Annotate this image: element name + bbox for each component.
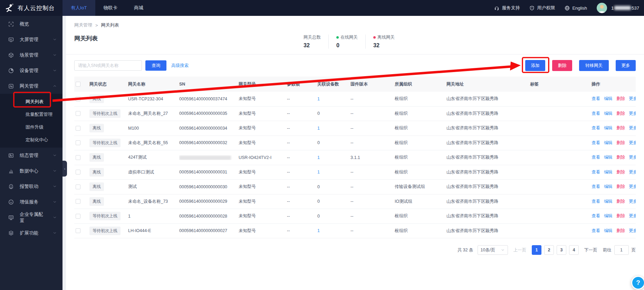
more-link[interactable]: 更多 xyxy=(629,96,636,101)
delete-link[interactable]: 删除 xyxy=(616,170,625,174)
edit-link[interactable]: 编辑 xyxy=(604,184,613,189)
search-input[interactable] xyxy=(74,60,142,71)
firmware-version: -- xyxy=(350,126,353,131)
search-button[interactable]: 查询 xyxy=(145,60,166,71)
delete-button[interactable]: 删除 xyxy=(552,60,572,71)
row-checkbox[interactable] xyxy=(76,97,80,101)
select-all-checkbox[interactable] xyxy=(76,82,80,87)
breadcrumb-item[interactable]: 网关管理 xyxy=(74,22,92,28)
topbar-tab[interactable]: 有人IoT xyxy=(63,0,95,16)
sidebar-item[interactable]: 报警联动 xyxy=(0,179,63,194)
sidebar-item[interactable]: 设备管理 xyxy=(0,63,63,78)
more-button[interactable]: 更多 xyxy=(616,60,636,71)
sidebar-subitem[interactable]: 批量配置管理 xyxy=(0,108,63,121)
sidebar-item[interactable]: 场景管理 xyxy=(0,47,63,63)
sidebar-subitem[interactable]: 定制化中心 xyxy=(0,133,63,146)
topbar-tab[interactable]: 商城 xyxy=(126,0,152,16)
content-card: 网关管理 > 网关列表 网关列表 网关总数 32 在线网关 0 xyxy=(66,16,644,290)
goto-page-input[interactable] xyxy=(614,245,629,255)
page-number-button[interactable]: 4 xyxy=(569,245,579,255)
topbar-link[interactable]: 用户权限 xyxy=(529,5,555,11)
row-checkbox[interactable] xyxy=(76,228,80,233)
page-size-select[interactable]: 10条/页 xyxy=(478,245,508,255)
sidebar-item[interactable]: 扩展功能 xyxy=(0,225,63,241)
more-link[interactable]: 更多 xyxy=(629,199,636,204)
linked-devices-count[interactable]: 1 xyxy=(317,170,320,174)
more-link[interactable]: 更多 xyxy=(629,155,636,160)
avatar[interactable] xyxy=(597,3,607,13)
view-link[interactable]: 查看 xyxy=(592,96,600,101)
edit-link[interactable]: 编辑 xyxy=(604,111,613,116)
row-checkbox[interactable] xyxy=(76,126,80,131)
sidebar-item[interactable]: 增值服务 xyxy=(0,194,63,210)
delete-link[interactable]: 删除 xyxy=(616,213,625,218)
more-link[interactable]: 更多 xyxy=(629,140,636,145)
more-link[interactable]: 更多 xyxy=(629,126,636,130)
delete-link[interactable]: 删除 xyxy=(616,228,625,233)
view-link[interactable]: 查看 xyxy=(592,170,600,174)
sidebar-item[interactable]: 数据中心 xyxy=(0,163,63,179)
sidebar-subitem[interactable]: 固件升级 xyxy=(0,121,63,133)
delete-link[interactable]: 删除 xyxy=(616,126,625,130)
view-link[interactable]: 查看 xyxy=(592,111,600,116)
prev-page-button[interactable]: 上一页 xyxy=(513,247,527,253)
linked-devices-count[interactable]: 1 xyxy=(317,126,320,131)
edit-link[interactable]: 编辑 xyxy=(604,213,613,218)
row-checkbox[interactable] xyxy=(76,214,80,219)
delete-link[interactable]: 删除 xyxy=(616,199,625,204)
sidebar-item[interactable]: 组态管理 xyxy=(0,148,63,163)
view-link[interactable]: 查看 xyxy=(592,228,600,233)
edit-link[interactable]: 编辑 xyxy=(604,126,613,130)
edit-link[interactable]: 编辑 xyxy=(604,96,613,101)
row-checkbox[interactable] xyxy=(76,111,80,116)
view-link[interactable]: 查看 xyxy=(592,213,600,218)
sidebar-item[interactable]: 企业专属配置 xyxy=(0,210,63,225)
row-checkbox[interactable] xyxy=(76,155,80,160)
gateway-address: 山东省济南市历下区颖秀路 xyxy=(446,96,498,101)
row-checkbox[interactable] xyxy=(76,199,80,204)
more-link[interactable]: 更多 xyxy=(629,228,636,233)
page-number-button[interactable]: 3 xyxy=(557,245,566,255)
sidebar-item[interactable]: 网关管理 xyxy=(0,78,63,94)
delete-link[interactable]: 删除 xyxy=(616,96,625,101)
more-link[interactable]: 更多 xyxy=(629,111,636,116)
more-link[interactable]: 更多 xyxy=(629,184,636,189)
row-checkbox[interactable] xyxy=(76,140,80,145)
row-checkbox[interactable] xyxy=(76,170,80,174)
more-link[interactable]: 更多 xyxy=(629,213,636,218)
topbar-link[interactable]: English xyxy=(565,6,587,11)
more-link[interactable]: 更多 xyxy=(629,170,636,174)
view-link[interactable]: 查看 xyxy=(592,126,600,130)
linked-devices-count[interactable]: 1 xyxy=(317,228,320,233)
delete-link[interactable]: 删除 xyxy=(616,184,625,189)
sidebar-collapse-handle[interactable]: ‹ xyxy=(63,161,67,177)
linked-devices-count[interactable]: 1 xyxy=(317,155,320,160)
edit-link[interactable]: 编辑 xyxy=(604,228,613,233)
topbar-tab[interactable]: 物联卡 xyxy=(95,0,126,16)
sidebar-subitem[interactable]: 网关列表 xyxy=(0,95,63,108)
delete-link[interactable]: 删除 xyxy=(616,140,625,145)
transfer-gateway-button[interactable]: 转移网关 xyxy=(579,60,609,71)
delete-link[interactable]: 删除 xyxy=(616,155,625,160)
help-button[interactable]: ? xyxy=(631,276,644,290)
edit-link[interactable]: 编辑 xyxy=(604,199,613,204)
edit-link[interactable]: 编辑 xyxy=(604,170,613,174)
edit-link[interactable]: 编辑 xyxy=(604,140,613,145)
next-page-button[interactable]: 下一页 xyxy=(584,247,597,253)
sidebar-item[interactable]: 概览 xyxy=(0,16,63,32)
chevron-down-icon xyxy=(52,200,57,204)
advanced-search-link[interactable]: 高级搜索 xyxy=(171,63,189,69)
view-link[interactable]: 查看 xyxy=(592,199,600,204)
page-number-button[interactable]: 2 xyxy=(544,245,554,255)
edit-link[interactable]: 编辑 xyxy=(604,155,613,160)
add-button[interactable]: 添加 xyxy=(525,60,545,71)
sidebar-item[interactable]: 大屏管理 xyxy=(0,32,63,47)
view-link[interactable]: 查看 xyxy=(592,184,600,189)
linked-devices-count[interactable]: 1 xyxy=(317,97,320,101)
view-link[interactable]: 查看 xyxy=(592,155,600,160)
row-checkbox[interactable] xyxy=(76,184,80,189)
topbar-link[interactable]: 服务支持 xyxy=(494,5,520,11)
delete-link[interactable]: 删除 xyxy=(616,111,625,116)
view-link[interactable]: 查看 xyxy=(592,140,600,145)
page-number-button[interactable]: 1 xyxy=(532,245,541,255)
